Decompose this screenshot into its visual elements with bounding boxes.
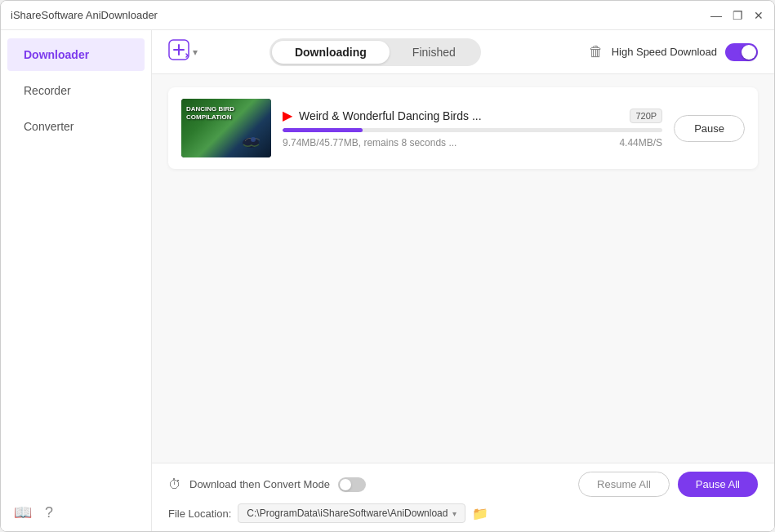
convert-toggle-knob [340,479,351,490]
app-title: iShareSoftware AniDownloader [11,9,158,21]
clock-icon: ⏱ [168,477,181,492]
progress-bar-fill [283,128,363,132]
bottom-actions: Resume All Pause All [578,472,758,497]
bottom-row1: ⏱ Download then Convert Mode Resume All … [168,472,758,497]
main-content: ▾ Downloading Finished 🗑 High Speed Down… [152,30,774,531]
svg-point-2 [251,137,256,142]
toggle-knob [742,45,756,60]
speed-area: 🗑 High Speed Download [589,43,758,61]
file-path-text: C:\ProgramData\iShareSoftware\AniDownloa… [247,508,448,519]
close-button[interactable]: ✕ [753,10,764,21]
sidebar-item-downloader[interactable]: Downloader [7,38,145,71]
tab-downloading[interactable]: Downloading [272,41,390,64]
add-chevron-icon: ▾ [193,47,198,58]
tab-group: Downloading Finished [269,38,481,66]
tab-finished[interactable]: Finished [390,41,479,64]
convert-mode-toggle[interactable] [338,477,366,492]
title-bar: iShareSoftware AniDownloader — ❐ ✕ [1,1,774,30]
restore-button[interactable]: ❐ [732,10,743,21]
bookmark-icon[interactable]: 📖 [14,503,32,521]
sidebar-item-recorder[interactable]: Recorder [7,74,145,107]
download-meta-row: 9.74MB/45.77MB, remains 8 seconds ... 4.… [283,137,662,149]
pause-button[interactable]: Pause [674,115,745,142]
top-bar: ▾ Downloading Finished 🗑 High Speed Down… [152,30,774,74]
sidebar-bottom: 📖 ? [1,494,151,531]
download-title-row: ▶ Weird & Wonderful Dancing Birds ... 72… [283,108,662,123]
sidebar: Downloader Recorder Converter 📖 ? [1,30,152,531]
download-speed-text: 4.44MB/S [619,137,662,149]
bottom-row2: File Location: C:\ProgramData\iShareSoft… [168,503,758,523]
path-chevron-icon: ▾ [452,509,457,518]
trash-icon[interactable]: 🗑 [589,43,604,60]
add-icon [168,39,189,65]
download-size-text: 9.74MB/45.77MB, remains 8 seconds ... [283,137,457,149]
download-title: Weird & Wonderful Dancing Birds ... [299,109,482,122]
sidebar-item-converter[interactable]: Converter [7,110,145,143]
video-thumbnail: DANCING BIRD COMPILATION [181,99,271,157]
youtube-icon: ▶ [283,108,292,123]
pause-all-button[interactable]: Pause All [678,472,758,497]
file-path-selector[interactable]: C:\ProgramData\iShareSoftware\AniDownloa… [238,503,465,523]
folder-open-icon[interactable]: 📁 [472,506,488,521]
download-list: DANCING BIRD COMPILATION [152,74,774,463]
progress-bar [283,128,662,132]
file-location-label: File Location: [168,508,231,520]
convert-mode-label: Download then Convert Mode [189,478,330,490]
quality-badge: 720P [630,109,662,123]
app-body: Downloader Recorder Converter 📖 ? [1,30,774,531]
bird-decoration [238,133,263,149]
speed-toggle[interactable] [725,43,758,61]
minimize-button[interactable]: — [710,10,722,21]
help-icon[interactable]: ? [45,504,53,521]
add-download-button[interactable]: ▾ [168,39,198,65]
table-row: DANCING BIRD COMPILATION [168,87,758,169]
bottom-bar: ⏱ Download then Convert Mode Resume All … [152,463,774,531]
download-info: ▶ Weird & Wonderful Dancing Birds ... 72… [283,108,662,149]
speed-label: High Speed Download [612,46,717,58]
resume-all-button[interactable]: Resume All [578,472,670,497]
window-controls: — ❐ ✕ [710,10,764,21]
